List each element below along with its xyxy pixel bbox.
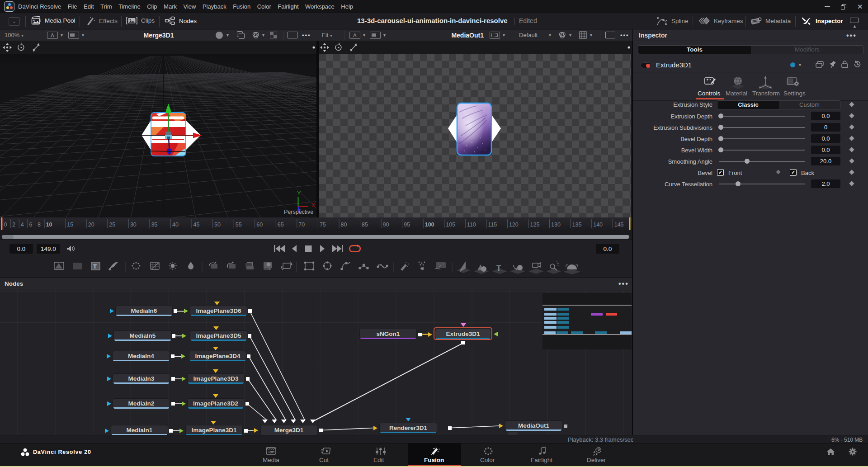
svg-text:15: 15 bbox=[67, 222, 73, 228]
svg-text:100: 100 bbox=[425, 222, 434, 228]
svg-text:45: 45 bbox=[193, 222, 200, 228]
svg-text:140: 140 bbox=[593, 222, 603, 228]
svg-text:60: 60 bbox=[256, 222, 263, 228]
svg-text:30: 30 bbox=[130, 222, 137, 228]
svg-text:115: 115 bbox=[488, 222, 497, 228]
svg-text:2: 2 bbox=[12, 222, 15, 228]
svg-text:10: 10 bbox=[46, 222, 52, 228]
svg-text:6: 6 bbox=[29, 222, 32, 228]
svg-text:120: 120 bbox=[509, 222, 519, 228]
svg-text:145: 145 bbox=[614, 222, 624, 228]
svg-text:35: 35 bbox=[151, 222, 157, 228]
svg-text:130: 130 bbox=[551, 222, 561, 228]
svg-text:65: 65 bbox=[278, 222, 284, 228]
svg-text:135: 135 bbox=[572, 222, 582, 228]
svg-text:95: 95 bbox=[404, 222, 410, 228]
svg-text:90: 90 bbox=[383, 222, 389, 228]
svg-text:80: 80 bbox=[341, 222, 347, 228]
svg-text:85: 85 bbox=[362, 222, 368, 228]
svg-text:110: 110 bbox=[467, 222, 476, 228]
svg-text:0: 0 bbox=[4, 222, 7, 228]
svg-text:70: 70 bbox=[298, 222, 305, 228]
svg-text:55: 55 bbox=[236, 222, 242, 228]
svg-text:50: 50 bbox=[214, 222, 221, 228]
svg-text:8: 8 bbox=[38, 222, 41, 228]
svg-text:75: 75 bbox=[320, 222, 326, 228]
svg-text:25: 25 bbox=[109, 222, 115, 228]
svg-text:40: 40 bbox=[172, 222, 179, 228]
svg-text:4: 4 bbox=[21, 222, 24, 228]
svg-text:125: 125 bbox=[530, 222, 540, 228]
svg-text:105: 105 bbox=[446, 222, 455, 228]
svg-text:20: 20 bbox=[88, 222, 94, 228]
